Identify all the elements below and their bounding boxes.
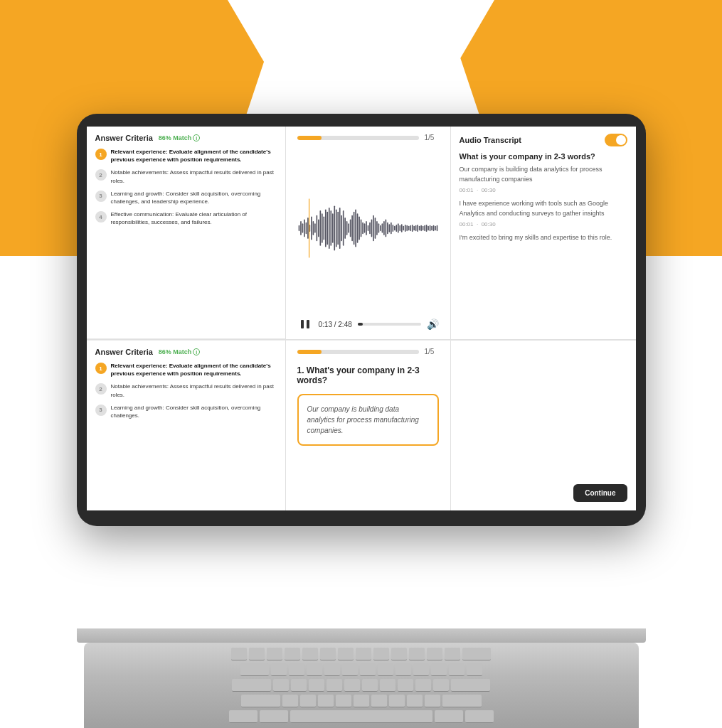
key-enter xyxy=(451,679,490,692)
transcript-toggle[interactable] xyxy=(605,134,627,146)
key xyxy=(338,648,354,660)
key-alt xyxy=(260,710,288,723)
key xyxy=(291,679,307,692)
criteria-text: Relevant experience: Evaluate alignment … xyxy=(111,148,277,164)
key xyxy=(354,695,369,707)
criteria-item: 1Relevant experience: Evaluate alignment… xyxy=(95,362,277,378)
answer-textarea[interactable]: Our company is building data analytics f… xyxy=(297,394,439,446)
svg-rect-43 xyxy=(367,225,368,231)
key-shift-r xyxy=(442,695,482,707)
time-display: 0:13 / 2:48 xyxy=(319,321,352,328)
svg-rect-35 xyxy=(353,212,354,245)
tablet-stand xyxy=(77,628,646,643)
audio-progress-fill xyxy=(358,323,363,326)
svg-rect-69 xyxy=(413,226,415,231)
key xyxy=(327,679,342,692)
svg-rect-34 xyxy=(351,215,353,241)
waveform-area xyxy=(286,146,450,311)
key xyxy=(362,679,378,692)
svg-rect-59 xyxy=(395,225,397,232)
criteria-item: 3Learning and growth: Consider skill acq… xyxy=(95,190,277,205)
svg-rect-84 xyxy=(301,320,304,328)
key xyxy=(371,695,387,707)
audio-player-panel: 1/5 xyxy=(286,127,451,339)
svg-rect-71 xyxy=(417,225,418,232)
key xyxy=(267,648,282,660)
tablet-frame: Answer Criteria 86% Match i 1Relevant ex… xyxy=(77,114,646,526)
svg-rect-7 xyxy=(304,220,305,237)
svg-rect-37 xyxy=(356,213,358,242)
svg-rect-47 xyxy=(374,218,376,239)
key xyxy=(395,663,411,676)
audio-progress-track[interactable] xyxy=(358,323,421,326)
svg-rect-85 xyxy=(307,320,309,328)
key xyxy=(282,695,298,707)
svg-rect-74 xyxy=(422,226,423,231)
key xyxy=(289,663,304,676)
continue-button[interactable]: Continue xyxy=(573,484,627,502)
criteria-item: 3Learning and growth: Consider skill acq… xyxy=(95,404,277,419)
key-caps xyxy=(232,679,271,692)
transcript-entry-3: I'm excited to bring my skills and exper… xyxy=(460,233,627,243)
criteria-number: 3 xyxy=(95,405,107,416)
svg-rect-18 xyxy=(323,216,324,240)
pause-button[interactable] xyxy=(297,316,313,332)
svg-rect-44 xyxy=(369,223,371,235)
svg-rect-51 xyxy=(381,223,383,232)
key xyxy=(380,679,395,692)
audio-controls: 0:13 / 2:48 🔊 xyxy=(286,311,450,339)
svg-rect-8 xyxy=(305,223,307,235)
key xyxy=(391,648,407,660)
svg-rect-54 xyxy=(387,223,388,235)
key xyxy=(320,648,336,660)
key xyxy=(336,695,351,707)
key xyxy=(415,679,431,692)
svg-rect-63 xyxy=(403,226,404,231)
waveform-svg xyxy=(297,186,439,271)
key xyxy=(342,663,358,676)
svg-rect-36 xyxy=(355,209,356,247)
transcript-text-2: I have experience working with tools suc… xyxy=(460,199,627,218)
svg-rect-19 xyxy=(324,209,326,247)
svg-rect-61 xyxy=(399,225,400,231)
tablet-screen: Answer Criteria 86% Match i 1Relevant ex… xyxy=(87,127,636,510)
question-title: 1. What's your company in 2-3 words? xyxy=(297,365,439,385)
audio-transcript-panel: Audio Transcript What is your company in… xyxy=(451,127,636,339)
question-answer-panel: 1/5 1. What's your company in 2-3 words?… xyxy=(286,340,451,510)
svg-rect-48 xyxy=(376,221,378,235)
key xyxy=(344,679,360,692)
svg-rect-30 xyxy=(344,218,346,239)
transcript-header: Audio Transcript xyxy=(460,134,627,146)
criteria-number: 1 xyxy=(95,149,107,160)
criteria-list-top: 1Relevant experience: Evaluate alignment… xyxy=(95,148,277,227)
key xyxy=(431,663,447,676)
volume-icon[interactable]: 🔊 xyxy=(427,318,439,330)
svg-rect-77 xyxy=(428,226,429,231)
svg-rect-52 xyxy=(383,221,385,235)
key xyxy=(309,679,324,692)
svg-rect-17 xyxy=(321,213,322,242)
bottom-progress-fill xyxy=(297,350,322,354)
key xyxy=(449,663,464,676)
key xyxy=(389,695,405,707)
transcript-question: What is your company in 2-3 words? xyxy=(460,152,627,161)
info-icon-top: i xyxy=(193,134,200,141)
svg-rect-46 xyxy=(373,215,374,241)
match-badge-top: 86% Match i xyxy=(159,134,201,141)
key xyxy=(398,679,413,692)
transcript-entry-2: I have experience working with tools suc… xyxy=(460,199,627,228)
key xyxy=(467,663,482,676)
svg-rect-26 xyxy=(337,212,339,245)
svg-rect-70 xyxy=(415,225,416,231)
svg-rect-42 xyxy=(366,221,367,235)
criteria-section-top: Answer Criteria 86% Match i 1Relevant ex… xyxy=(87,127,285,339)
svg-rect-64 xyxy=(404,225,405,232)
key xyxy=(445,648,460,660)
criteria-header-top: Answer Criteria 86% Match i xyxy=(95,134,277,142)
keyboard-row-4 xyxy=(241,695,482,707)
key xyxy=(356,648,371,660)
svg-rect-25 xyxy=(335,209,336,247)
transcript-text-3: I'm excited to bring my skills and exper… xyxy=(460,233,627,243)
svg-rect-39 xyxy=(360,220,361,237)
info-icon-bottom: i xyxy=(193,348,200,355)
